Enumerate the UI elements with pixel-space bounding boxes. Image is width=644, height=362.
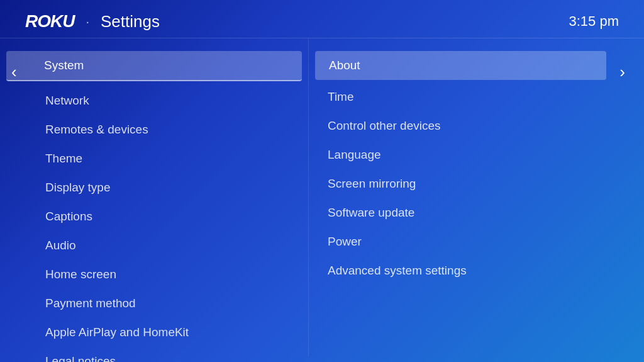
main-content: ‹ System Network Remotes & devices Theme… [0, 38, 644, 356]
right-item-control-other[interactable]: Control other devices [309, 111, 644, 140]
right-item-about[interactable]: About [315, 51, 606, 80]
sidebar-item-captions[interactable]: Captions [0, 202, 308, 231]
clock-display: 3:15 pm [569, 13, 619, 30]
left-panel: ‹ System Network Remotes & devices Theme… [0, 38, 308, 356]
header: ROKU · Settings 3:15 pm [0, 0, 644, 38]
sidebar-item-network[interactable]: Network [0, 86, 308, 115]
sidebar-item-audio[interactable]: Audio [0, 231, 308, 260]
right-item-language[interactable]: Language [309, 140, 644, 169]
right-item-advanced[interactable]: Advanced system settings [309, 256, 644, 285]
separator: · [86, 14, 89, 29]
page-title: Settings [101, 12, 160, 31]
sidebar-item-airplay[interactable]: Apple AirPlay and HomeKit [0, 318, 308, 347]
sidebar-item-display-type[interactable]: Display type [0, 173, 308, 202]
right-nav-arrow[interactable]: › [619, 62, 625, 82]
sidebar-item-remotes[interactable]: Remotes & devices [0, 115, 308, 144]
sidebar-item-home-screen[interactable]: Home screen [0, 260, 308, 289]
sidebar-item-payment[interactable]: Payment method [0, 289, 308, 318]
sidebar-item-legal[interactable]: Legal notices [0, 347, 308, 362]
sidebar-item-theme[interactable]: Theme [0, 144, 308, 173]
right-item-screen-mirroring[interactable]: Screen mirroring [309, 169, 644, 198]
right-item-software-update[interactable]: Software update [309, 198, 644, 227]
right-panel: › About Time Control other devices Langu… [308, 38, 644, 356]
left-nav-arrow[interactable]: ‹ [11, 62, 17, 82]
sidebar-item-system[interactable]: System [6, 51, 302, 81]
roku-logo: ROKU [25, 11, 74, 31]
header-left: ROKU · Settings [25, 11, 160, 31]
right-item-power[interactable]: Power [309, 227, 644, 256]
right-item-time[interactable]: Time [309, 82, 644, 111]
